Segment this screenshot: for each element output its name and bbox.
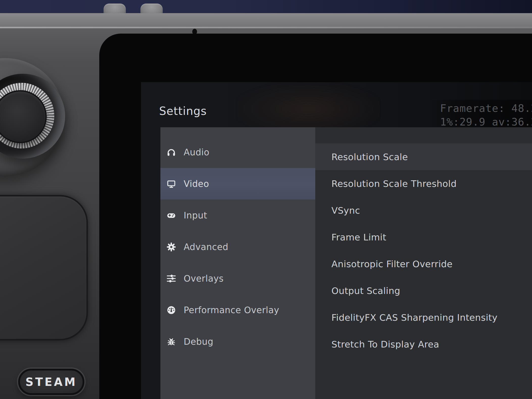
headphones-icon — [166, 147, 176, 157]
bug-icon — [166, 337, 176, 346]
option-resolution-scale-threshold[interactable]: Resolution Scale Threshold — [315, 170, 532, 197]
hud-percentile-line: 1%:29.9 av:36.2 — [440, 116, 532, 128]
sidebar-item-label: Debug — [184, 337, 213, 347]
gamepad-icon — [166, 211, 176, 220]
option-output-scaling[interactable]: Output Scaling — [315, 277, 532, 304]
sidebar-item-label: Input — [184, 210, 207, 220]
sidebar-item-label: Overlays — [184, 273, 224, 284]
steam-button[interactable]: STEAM — [18, 369, 84, 395]
option-vsync[interactable]: VSync — [315, 197, 532, 224]
sidebar-item-debug[interactable]: Debug — [160, 326, 315, 357]
option-resolution-scale[interactable]: Resolution Scale — [315, 143, 532, 170]
sidebar-item-label: Advanced — [184, 242, 228, 252]
sidebar-item-performance-overlay[interactable]: Performance Overlay — [160, 294, 315, 326]
performance-hud: Framerate: 48.2 1%:29.9 av:36.2 — [429, 100, 532, 131]
page-title: Settings — [159, 105, 207, 117]
option-frame-limit[interactable]: Frame Limit — [315, 224, 532, 251]
background-strip — [0, 0, 532, 14]
sliders-icon — [166, 274, 176, 283]
sidebar-item-advanced[interactable]: Advanced — [160, 231, 315, 263]
sidebar-item-audio[interactable]: Audio — [160, 136, 315, 168]
left-trackpad[interactable] — [0, 195, 88, 340]
device-top-edge — [0, 13, 532, 27]
sidebar-item-overlays[interactable]: Overlays — [160, 263, 315, 294]
sidebar-item-video[interactable]: Video — [160, 168, 315, 200]
hud-framerate-line: Framerate: 48.2 — [440, 102, 532, 114]
option-anisotropic-filter-override[interactable]: Anisotropic Filter Override — [315, 251, 532, 277]
video-settings-panel: Resolution Scale Resolution Scale Thresh… — [315, 127, 532, 399]
monitor-icon — [166, 179, 176, 189]
gear-icon — [166, 242, 176, 252]
option-fidelityfx-cas-sharpening-intensity[interactable]: FidelityFX CAS Sharpening Intensity — [315, 304, 532, 331]
option-stretch-to-display-area[interactable]: Stretch To Display Area — [315, 331, 532, 358]
steam-deck-photo: STEAM Framerate: 48.2 1%:29.9 av:36.2 Se… — [0, 0, 532, 399]
settings-sidebar: Audio Video Input Advanced Overlays — [160, 127, 315, 399]
sidebar-item-label: Video — [184, 179, 209, 189]
sidebar-item-label: Audio — [184, 147, 209, 157]
panel-spacer — [315, 127, 532, 143]
sidebar-spacer — [160, 127, 315, 136]
sidebar-item-input[interactable]: Input — [160, 200, 315, 231]
sidebar-item-label: Performance Overlay — [184, 305, 279, 315]
game-scene-glow — [237, 83, 379, 130]
gauge-icon — [166, 305, 176, 315]
